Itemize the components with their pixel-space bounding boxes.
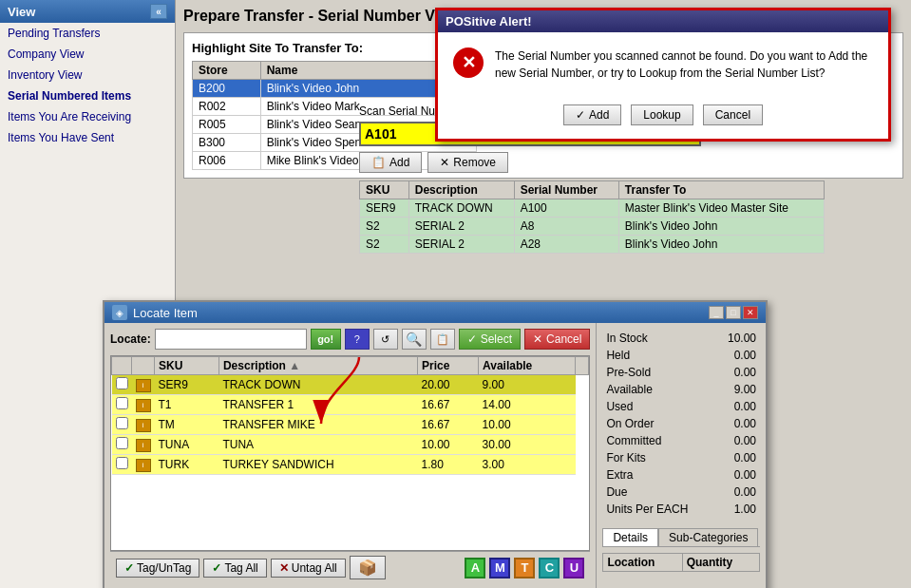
alert-title-bar: POSitive Alert! bbox=[438, 10, 888, 32]
cancel-x-icon: ✕ bbox=[533, 332, 542, 346]
col-description: Description ▲ bbox=[218, 357, 417, 375]
locate-cancel-btn[interactable]: ✕ Cancel bbox=[524, 329, 590, 350]
held-val: 0.00 bbox=[716, 348, 758, 363]
letter-c-btn[interactable]: C bbox=[539, 558, 560, 579]
letter-t-btn[interactable]: T bbox=[514, 558, 535, 579]
untag-all-btn[interactable]: ✕ Untag All bbox=[271, 559, 346, 578]
alert-lookup-btn[interactable]: Lookup bbox=[631, 104, 693, 125]
remove-icon: ✕ bbox=[440, 156, 449, 169]
stat-row: For Kits 0.00 bbox=[604, 450, 758, 465]
sidebar-item-company-view[interactable]: Company View bbox=[0, 44, 175, 65]
col-scroll bbox=[576, 357, 589, 375]
in-stock-val: 10.00 bbox=[716, 331, 758, 346]
list-item[interactable]: i TUNA TUNA 10.00 30.00 bbox=[112, 435, 589, 455]
stat-row: Used 0.00 bbox=[604, 399, 758, 414]
extra-tag-btn[interactable]: 📦 bbox=[350, 556, 386, 579]
alert-cancel-btn[interactable]: Cancel bbox=[703, 104, 763, 125]
sidebar-item-items-receiving[interactable]: Items You Are Receiving bbox=[0, 106, 175, 127]
sidebar-item-items-sent[interactable]: Items You Have Sent bbox=[0, 127, 175, 148]
sidebar-item-pending-transfers[interactable]: Pending Transfers bbox=[0, 23, 175, 44]
sidebar-item-inventory-view[interactable]: Inventory View bbox=[0, 65, 175, 85]
locate-left-panel: Locate: go! ? ↺ 🔍 📋 ✓ Select ✕ Cancel bbox=[104, 323, 596, 588]
table-row[interactable]: SER9 TRACK DOWN A100 Master Blink's Vide… bbox=[360, 199, 825, 218]
col-check bbox=[112, 357, 132, 375]
alert-dialog: POSitive Alert! ✕ The Serial Number you … bbox=[435, 8, 891, 142]
committed-val: 0.00 bbox=[716, 433, 758, 448]
col-location: Location bbox=[603, 554, 682, 572]
help-btn[interactable]: ? bbox=[345, 329, 370, 350]
col-quantity: Quantity bbox=[682, 554, 759, 572]
details-section: Details Sub-Categories Location Quantity bbox=[602, 528, 760, 572]
stat-row: Pre-Sold 0.00 bbox=[604, 365, 758, 380]
row-check[interactable] bbox=[116, 397, 128, 409]
table-row[interactable]: B200 Blink's Video John bbox=[193, 80, 477, 98]
locate-dialog: ◈ Locate Item _ □ ✕ Locate: go! ? ↺ 🔍 📋 … bbox=[103, 300, 768, 588]
row-check[interactable] bbox=[116, 417, 128, 429]
refresh-btn[interactable]: ↺ bbox=[373, 329, 398, 350]
list-item[interactable]: i TURK TURKEY SANDWICH 1.80 3.00 bbox=[112, 455, 589, 475]
close-btn[interactable]: ✕ bbox=[743, 306, 758, 319]
for-kits-val: 0.00 bbox=[716, 450, 758, 465]
table-row[interactable]: S2 SERIAL 2 A28 Blink's Video John bbox=[360, 236, 825, 254]
extra-label: Extra bbox=[604, 467, 714, 483]
add-serial-btn[interactable]: 📋 Add bbox=[359, 152, 422, 173]
locate-body: Locate: go! ? ↺ 🔍 📋 ✓ Select ✕ Cancel bbox=[104, 323, 766, 588]
pre-sold-label: Pre-Sold bbox=[604, 365, 714, 380]
locate-label: Locate: bbox=[110, 332, 151, 346]
go-btn[interactable]: go! bbox=[311, 329, 341, 350]
letter-u-btn[interactable]: U bbox=[563, 558, 584, 579]
row-check[interactable] bbox=[116, 377, 128, 389]
item-icon: i bbox=[136, 379, 151, 392]
alert-add-btn[interactable]: ✓ Add bbox=[563, 104, 621, 125]
on-order-label: On Order bbox=[604, 416, 714, 431]
col-available: Available bbox=[479, 357, 576, 375]
available-label: Available bbox=[604, 382, 714, 397]
stat-row: Held 0.00 bbox=[604, 348, 758, 363]
list-item[interactable]: i T1 TRANSFER 1 16.67 14.00 bbox=[112, 395, 589, 415]
units-val: 1.00 bbox=[716, 502, 758, 517]
remove-serial-btn[interactable]: ✕ Remove bbox=[427, 152, 508, 173]
camera-btn[interactable]: 📋 bbox=[430, 329, 455, 350]
alert-title: POSitive Alert! bbox=[446, 14, 532, 28]
in-stock-label: In Stock bbox=[604, 331, 714, 346]
locate-title: Locate Item bbox=[133, 306, 198, 320]
locate-dialog-icon: ◈ bbox=[112, 305, 127, 320]
locate-select-btn[interactable]: ✓ Select bbox=[459, 329, 521, 350]
check-icon: ✓ bbox=[212, 561, 221, 575]
locate-search-row: Locate: go! ? ↺ 🔍 📋 ✓ Select ✕ Cancel bbox=[110, 329, 590, 350]
pre-sold-val: 0.00 bbox=[716, 365, 758, 380]
x-icon: ✕ bbox=[279, 561, 289, 575]
used-val: 0.00 bbox=[716, 399, 758, 414]
locate-stats-panel: In Stock 10.00 Held 0.00 Pre-Sold 0.00 A… bbox=[596, 323, 766, 588]
sidebar-collapse-btn[interactable]: « bbox=[150, 4, 167, 19]
row-check[interactable] bbox=[116, 457, 128, 469]
due-label: Due bbox=[604, 484, 714, 500]
checkmark-icon: ✓ bbox=[576, 108, 585, 122]
list-item[interactable]: i TM TRANSFER MIKE 16.67 10.00 bbox=[112, 415, 589, 435]
tag-all-btn[interactable]: ✓ Tag All bbox=[203, 559, 266, 578]
tag-untag-btn[interactable]: ✓ Tag/UnTag bbox=[116, 559, 199, 578]
list-item[interactable]: i SER9 TRACK DOWN 20.00 9.00 bbox=[112, 375, 589, 395]
units-label: Units Per EACH bbox=[604, 502, 714, 517]
binoculars-btn[interactable]: 🔍 bbox=[402, 329, 427, 350]
add-icon: 📋 bbox=[371, 156, 386, 169]
serial-button-row: 📋 Add ✕ Remove bbox=[359, 152, 834, 173]
stat-row: On Order 0.00 bbox=[604, 416, 758, 431]
stat-row: Due 0.00 bbox=[604, 484, 758, 500]
minimize-btn[interactable]: _ bbox=[709, 306, 724, 319]
locate-search-input[interactable] bbox=[155, 329, 307, 350]
letter-a-btn[interactable]: A bbox=[465, 558, 485, 579]
sidebar-header: View « bbox=[0, 0, 175, 23]
maximize-btn[interactable]: □ bbox=[726, 306, 741, 319]
alert-content: ✕ The Serial Number you scanned cannot b… bbox=[438, 32, 888, 97]
select-check-icon: ✓ bbox=[467, 332, 477, 346]
row-check[interactable] bbox=[116, 437, 128, 449]
sidebar-item-serial-numbered[interactable]: Serial Numbered Items bbox=[0, 85, 175, 106]
tab-subcategories[interactable]: Sub-Categories bbox=[658, 528, 758, 546]
col-sku: SKU bbox=[360, 181, 409, 199]
letter-m-btn[interactable]: M bbox=[489, 558, 510, 579]
table-row[interactable]: S2 SERIAL 2 A8 Blink's Video John bbox=[360, 218, 825, 236]
tab-details[interactable]: Details bbox=[602, 528, 658, 546]
serial-table: SKU Description Serial Number Transfer T… bbox=[359, 180, 825, 254]
held-label: Held bbox=[604, 348, 714, 363]
